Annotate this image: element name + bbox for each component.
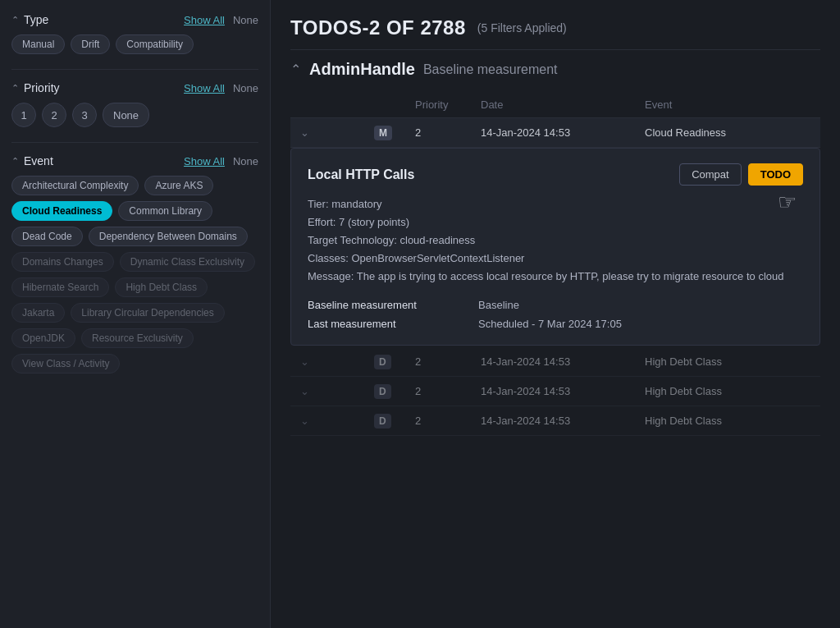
type-chevron-icon[interactable]: ⌃ [11, 15, 19, 25]
sidebar: ⌃ Type Show All None Manual Drift Compat… [0, 0, 271, 628]
table-header: Priority Date Event [290, 92, 820, 118]
collapse-icon[interactable]: ⌄ [300, 385, 333, 397]
pill-openjdk[interactable]: OpenJDK [11, 328, 75, 348]
row-date: 14-Jan-2024 14:53 [481, 385, 645, 397]
priority-pill-3[interactable]: 3 [72, 103, 97, 127]
detail-footer: Baseline measurement Baseline Last measu… [308, 299, 803, 330]
section-header: ⌃ AdminHandle Baseline measurement [290, 60, 820, 79]
badge-d: D [374, 414, 391, 429]
pill-dead-code[interactable]: Dead Code [11, 227, 83, 246]
priority-pill-none[interactable]: None [103, 103, 149, 127]
row-event: High Debt Class [645, 355, 810, 368]
detail-card: Local HTTP Calls Compat TODO Tier: manda… [290, 148, 820, 346]
table-row[interactable]: ⌄ D 2 14-Jan-2024 14:53 High Debt Class [290, 377, 820, 406]
type-pills: Manual Drift Compatibility [11, 34, 258, 54]
pill-cloud-readiness[interactable]: Cloud Readiness [11, 201, 112, 221]
priority-pills: 1 2 3 None [11, 103, 258, 127]
pill-hibernate-search[interactable]: Hibernate Search [11, 277, 109, 297]
section-chevron-icon[interactable]: ⌃ [290, 62, 301, 77]
pill-domains-changes[interactable]: Domains Changes [11, 252, 114, 272]
pill-manual[interactable]: Manual [11, 34, 65, 54]
todos-header: TODOS-2 OF 2788 (5 Filters Applied) [290, 16, 820, 39]
row-event: Cloud Readiness [645, 126, 810, 139]
badge-d: D [374, 355, 391, 369]
row-priority: 2 [415, 415, 481, 427]
main-content: TODOS-2 OF 2788 (5 Filters Applied) ⌃ Ad… [271, 0, 840, 628]
pill-resource-exclusivity[interactable]: Resource Exclusivity [81, 328, 194, 348]
pill-common-library[interactable]: Common Library [118, 201, 212, 221]
priority-show-all-link[interactable]: Show All [184, 82, 225, 94]
badge-d: D [374, 384, 391, 399]
pill-architectural-complexity[interactable]: Architectural Complexity [11, 176, 139, 195]
col-dot [333, 99, 374, 111]
col-date: Date [481, 99, 645, 111]
filters-badge: (5 Filters Applied) [477, 21, 567, 34]
row-priority: 2 [415, 355, 481, 368]
row-priority: 2 [415, 385, 481, 397]
event-pills: Architectural Complexity Azure AKS Cloud… [11, 176, 258, 374]
priority-filter-header: ⌃ Priority Show All None [11, 81, 258, 94]
collapse-icon[interactable]: ⌄ [300, 415, 333, 427]
collapse-icon[interactable]: ⌄ [300, 355, 333, 368]
priority-filter-section: ⌃ Priority Show All None 1 2 3 None [11, 81, 258, 127]
pill-jakarta[interactable]: Jakarta [11, 303, 65, 323]
row-event: High Debt Class [645, 415, 810, 427]
priority-pill-1[interactable]: 1 [11, 103, 36, 127]
table-row[interactable]: ⌄ M 2 14-Jan-2024 14:53 Cloud Readiness [290, 118, 820, 148]
type-header-right: Show All None [184, 14, 258, 26]
table-row[interactable]: ⌄ D 2 14-Jan-2024 14:53 High Debt Class [290, 347, 820, 377]
last-meas-label: Last measurement [308, 318, 472, 330]
last-meas-value: Scheduled - 7 Mar 2024 17:05 [478, 318, 803, 330]
detail-target-tech: Target Technology: cloud-readiness [308, 231, 803, 250]
pill-high-debt-class[interactable]: High Debt Class [115, 277, 208, 297]
pill-view-class[interactable]: View Class / Activity [11, 354, 120, 374]
detail-buttons: Compat TODO [679, 163, 803, 186]
priority-header-left: ⌃ Priority [11, 81, 60, 94]
pill-dynamic-class-exclusivity[interactable]: Dynamic Class Exclusivity [120, 252, 255, 272]
pill-dependency-between-domains[interactable]: Dependency Between Domains [89, 227, 248, 246]
type-filter-title: Type [24, 13, 48, 26]
col-event: Event [645, 99, 810, 111]
todo-button[interactable]: TODO [748, 163, 803, 186]
col-priority: Priority [415, 99, 481, 111]
type-none-link[interactable]: None [233, 14, 258, 26]
priority-pill-2[interactable]: 2 [42, 103, 66, 127]
detail-title: Local HTTP Calls [308, 167, 414, 182]
row-priority: 2 [415, 126, 481, 139]
event-header-left: ⌃ Event [11, 154, 53, 167]
detail-body: Tier: mandatory Effort: 7 (story points)… [308, 195, 803, 286]
badge-m: M [374, 126, 392, 140]
detail-card-header: Local HTTP Calls Compat TODO [308, 163, 803, 186]
pill-azure-aks[interactable]: Azure AKS [144, 176, 213, 195]
type-filter-section: ⌃ Type Show All None Manual Drift Compat… [11, 13, 258, 54]
pill-compatibility[interactable]: Compatibility [116, 34, 194, 54]
row-date: 14-Jan-2024 14:53 [481, 126, 645, 139]
detail-message: Message: The app is trying to access loc… [308, 268, 803, 286]
type-filter-header: ⌃ Type Show All None [11, 13, 258, 26]
priority-filter-title: Priority [24, 81, 60, 94]
event-filter-header: ⌃ Event Show All None [11, 154, 258, 167]
col-expand [300, 99, 333, 111]
event-show-all-link[interactable]: Show All [184, 155, 225, 167]
row-badge: D [374, 385, 415, 397]
baseline-label: Baseline measurement [308, 299, 472, 311]
priority-none-link[interactable]: None [233, 82, 258, 94]
type-show-all-link[interactable]: Show All [184, 14, 225, 26]
event-filter-section: ⌃ Event Show All None Architectural Comp… [11, 154, 258, 374]
event-chevron-icon[interactable]: ⌃ [11, 156, 19, 167]
pill-drift[interactable]: Drift [71, 34, 110, 54]
table-row[interactable]: ⌄ D 2 14-Jan-2024 14:53 High Debt Class [290, 406, 820, 436]
detail-classes: Classes: OpenBrowserServletContextListen… [308, 250, 803, 268]
event-header-right: Show All None [184, 155, 258, 167]
compat-button[interactable]: Compat [679, 163, 742, 186]
collapse-icon[interactable]: ⌄ [300, 126, 333, 139]
row-badge: D [374, 355, 415, 368]
event-none-link[interactable]: None [233, 155, 258, 167]
section-title: AdminHandle [309, 60, 415, 79]
pill-library-circular[interactable]: Library Circular Dependencies [71, 303, 224, 323]
priority-chevron-icon[interactable]: ⌃ [11, 83, 19, 94]
detail-tier: Tier: mandatory [308, 195, 803, 213]
section-subtitle: Baseline measurement [423, 62, 558, 77]
detail-effort: Effort: 7 (story points) [308, 213, 803, 231]
event-filter-title: Event [24, 154, 53, 167]
